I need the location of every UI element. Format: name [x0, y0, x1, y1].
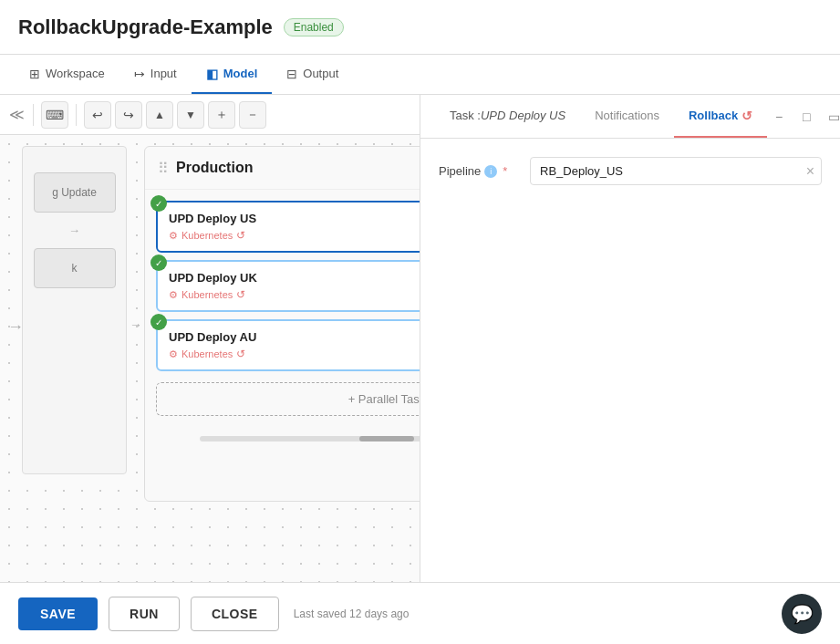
canvas-inner: → g Update → k: [0, 135, 420, 582]
zoom-out-btn[interactable]: －: [239, 101, 266, 129]
pipeline-clear-btn[interactable]: ×: [806, 164, 814, 179]
task-name-uk: UPD Deploy UK: [169, 271, 420, 285]
keyboard-btn[interactable]: ⌨: [41, 101, 68, 129]
stage-header: ⠿ Production ↺ 🗑 ⧉ ⊻: [145, 147, 420, 190]
rollback-tab-icon: ↺: [741, 109, 752, 123]
pipeline-label: Pipeline i *: [439, 164, 530, 178]
nav-down-btn[interactable]: ▼: [177, 101, 204, 129]
app-shell: RollbackUpgrade-Example Enabled ⊞ Worksp…: [0, 0, 840, 644]
task-name-us: UPD Deploy US: [169, 212, 420, 225]
kubernetes-icon-us: ⚙: [169, 230, 178, 242]
workspace-icon: ⊞: [29, 67, 40, 81]
task-type-us: ⚙ Kubernetes ↺: [169, 229, 420, 242]
save-info: Last saved 12 days ago: [294, 608, 410, 620]
stage-drag-handle[interactable]: ⠿: [158, 160, 169, 177]
canvas-toolbar: ≪ ⌨ ↩ ↪ ▲ ▼ ＋ －: [0, 95, 420, 135]
panel-minimize-btn[interactable]: −: [767, 105, 791, 129]
chat-icon: 💬: [791, 603, 814, 625]
app-title: RollbackUpgrade-Example: [18, 16, 273, 39]
production-stage[interactable]: ⠿ Production ↺ 🗑 ⧉ ⊻: [144, 146, 420, 502]
rollback-indicator-us: ↺: [236, 229, 245, 242]
panel-task-name: UPD Deploy US: [481, 109, 565, 122]
task-type-uk: ⚙ Kubernetes ↺: [169, 288, 420, 301]
input-icon: ↦: [134, 67, 145, 81]
stage-scrollbar[interactable]: [200, 436, 420, 441]
rollback-indicator-au: ↺: [236, 348, 245, 360]
redo-btn[interactable]: ↪: [115, 101, 142, 129]
toolbar-divider-1: [33, 104, 34, 126]
zoom-in-btn[interactable]: ＋: [208, 101, 235, 129]
tab-input[interactable]: ↦ Input: [119, 55, 192, 94]
pipeline-input[interactable]: [530, 157, 822, 185]
enabled-badge: Enabled: [284, 18, 344, 36]
task-card-uk[interactable]: ✓ UPD Deploy UK ⚙ Kubernetes ↺: [156, 260, 420, 312]
task-check-uk: ✓: [150, 254, 167, 271]
prev-stage-tasks: g Update → k: [28, 172, 120, 288]
tasks-list: ✓ UPD Deploy US ⚙ Kubernetes ↺: [145, 190, 420, 427]
task-check-au: ✓: [150, 314, 167, 330]
main-content: ≪ ⌨ ↩ ↪ ▲ ▼ ＋ － →: [0, 95, 840, 582]
footer: SAVE RUN CLOSE Last saved 12 days ago 💬: [0, 582, 840, 644]
top-header: RollbackUpgrade-Example Enabled: [0, 0, 840, 55]
model-icon: ◧: [206, 67, 218, 81]
right-panel: Task : UPD Deploy US Notifications Rollb…: [420, 95, 840, 582]
pipeline-info-icon[interactable]: i: [484, 165, 497, 178]
panel-tab-notifications[interactable]: Notifications: [580, 95, 674, 138]
panel-task-label: Task : UPD Deploy US: [435, 95, 580, 138]
task-card-au[interactable]: ✓ UPD Deploy AU ⚙ Kubernetes ↺: [156, 319, 420, 371]
toolbar-divider-2: [76, 104, 77, 126]
collapse-btn[interactable]: ≪: [7, 97, 26, 133]
panel-tab-rollback[interactable]: Rollback ↺: [674, 95, 767, 138]
output-icon: ⊟: [286, 67, 297, 81]
parallel-task-btn[interactable]: + Parallel Task: [156, 382, 420, 416]
panel-restore-btn[interactable]: ▭: [822, 105, 840, 129]
close-button[interactable]: CLOSE: [191, 597, 279, 631]
kubernetes-icon-au: ⚙: [169, 348, 178, 360]
pipeline-field-row: Pipeline i * ×: [439, 157, 822, 185]
nav-up-btn[interactable]: ▲: [146, 101, 173, 129]
pipeline-required: *: [503, 164, 507, 178]
prev-stage-partial: g Update → k: [22, 146, 127, 474]
canvas-wrapper: → g Update → k: [0, 135, 420, 582]
task-name-au: UPD Deploy AU: [169, 330, 420, 344]
task-check-us: ✓: [150, 195, 167, 212]
panel-actions: − □ ▭: [767, 105, 840, 129]
task-card-us[interactable]: ✓ UPD Deploy US ⚙ Kubernetes ↺: [156, 201, 420, 253]
nav-tabs: ⊞ Workspace ↦ Input ◧ Model ⊟ Output: [0, 55, 840, 95]
prev-task-1: g Update: [34, 172, 116, 213]
chat-button[interactable]: 💬: [782, 594, 822, 634]
kubernetes-icon-uk: ⚙: [169, 289, 178, 301]
undo-btn[interactable]: ↩: [84, 101, 111, 129]
pipeline-input-wrapper: ×: [530, 157, 822, 185]
stage-title: Production: [176, 160, 420, 176]
tab-output[interactable]: ⊟ Output: [272, 55, 353, 94]
prev-task-2: k: [34, 248, 116, 288]
rollback-indicator-uk: ↺: [236, 288, 245, 301]
run-button[interactable]: RUN: [109, 597, 180, 631]
tab-model[interactable]: ◧ Model: [192, 55, 273, 94]
stage-scrollbar-area: [145, 427, 420, 456]
inter-stage-arrow: →: [130, 317, 142, 332]
panel-tabs: Task : UPD Deploy US Notifications Rollb…: [420, 95, 840, 139]
canvas-area: ≪ ⌨ ↩ ↪ ▲ ▼ ＋ － →: [0, 95, 420, 582]
canvas-scroll-area[interactable]: → g Update → k: [0, 135, 420, 582]
tab-workspace[interactable]: ⊞ Workspace: [15, 55, 119, 94]
task-type-au: ⚙ Kubernetes ↺: [169, 348, 420, 360]
panel-maximize-btn[interactable]: □: [794, 105, 818, 129]
save-button[interactable]: SAVE: [18, 597, 98, 630]
stage-scrollbar-thumb: [359, 436, 414, 441]
prev-stage-arrow: →: [65, 220, 84, 241]
panel-content: Pipeline i * ×: [420, 139, 840, 582]
